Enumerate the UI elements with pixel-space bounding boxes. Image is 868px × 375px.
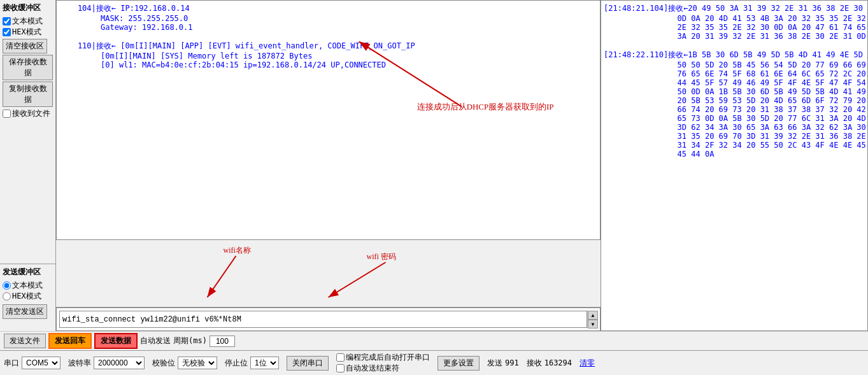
auto-send-label: 自动发送 xyxy=(140,336,171,346)
receive-count-label: 接收 xyxy=(527,358,542,369)
hex-mode-label: HEX模式 xyxy=(12,27,41,38)
auto-eol-label: 自动发送结束符 xyxy=(346,363,399,374)
send-hex-radio-row: HEX模式 xyxy=(3,291,53,302)
svg-line-7 xyxy=(329,262,386,297)
stop-item: 停止位 1位 xyxy=(225,357,279,369)
receive-file-checkbox-row: 接收到文件 xyxy=(3,108,53,119)
port-select[interactable]: COM5 xyxy=(22,357,60,369)
wifi-annotation-area: wifi名称 wifi 密码 xyxy=(56,240,601,307)
auto-eol-checkbox-row: 自动发送结束符 xyxy=(336,363,430,374)
auto-open-checkbox[interactable] xyxy=(336,353,345,362)
receive-buffer-label: 接收缓冲区 xyxy=(3,3,53,13)
scroll-up-btn[interactable]: ▲ xyxy=(588,311,598,320)
send-echo-btn[interactable]: 发送回车 xyxy=(48,333,92,349)
svg-text:wifi名称: wifi名称 xyxy=(224,246,251,255)
receive-text-content: 104|接收← IP:192.168.0.14 MASK: 255.255.25… xyxy=(59,3,597,69)
action-row: 发送文件 发送回车 发送数据 自动发送 周期(ms) xyxy=(0,331,868,350)
send-text-radio-row: 文本模式 xyxy=(3,280,53,291)
right-hex-content: [21:48:21.104]接收←20 49 50 3A 31 39 32 2E… xyxy=(601,0,868,331)
auto-checkboxes: 编程完成后自动打开串口 自动发送结束符 xyxy=(336,352,430,374)
send-data-btn[interactable]: 发送数据 xyxy=(94,333,138,349)
right-hex-text: [21:48:21.104]接收←20 49 50 3A 31 39 32 2E… xyxy=(604,3,865,159)
send-count-item: 发送 991 xyxy=(487,358,519,369)
receive-sidebar: 接收缓冲区 文本模式 HEX模式 清空接收区 保存接收数据 复制接收数据 接收到… xyxy=(0,0,56,264)
send-sidebar: 发送缓冲区 文本模式 HEX模式 清空发送区 xyxy=(0,264,56,331)
port-item: 串口 COM5 xyxy=(4,357,60,369)
annotation-ip-text: 连接成功后从DHCP服务器获取到的IP xyxy=(417,103,554,111)
send-input-panel: ▲ ▼ xyxy=(56,307,601,331)
send-scrollbar: ▲ ▼ xyxy=(587,311,597,328)
receive-count-value: 163294 xyxy=(544,358,572,367)
check-label: 校验位 xyxy=(152,358,175,369)
receive-file-checkbox[interactable] xyxy=(3,110,11,118)
send-hex-radio[interactable] xyxy=(3,292,11,301)
auto-open-label: 编程完成后自动打开串口 xyxy=(346,352,430,363)
clear-count-btn[interactable]: 清零 xyxy=(580,358,595,369)
port-label: 串口 xyxy=(4,358,19,369)
auto-eol-checkbox[interactable] xyxy=(336,364,345,372)
svg-text:wifi 密码: wifi 密码 xyxy=(367,252,396,261)
copy-receive-btn[interactable]: 复制接收数据 xyxy=(3,81,53,107)
close-port-btn[interactable]: 关闭串口 xyxy=(287,356,329,371)
auto-open-checkbox-row: 编程完成后自动打开串口 xyxy=(336,352,430,363)
status-bar: 串口 COM5 波特率 2000000 校验位 无校验 停止位 1位 关闭串口 xyxy=(0,350,868,375)
send-text-radio[interactable] xyxy=(3,281,11,290)
send-text-field[interactable] xyxy=(59,311,587,328)
save-receive-btn[interactable]: 保存接收数据 xyxy=(3,55,53,80)
right-hex-panel: [21:48:21.104]接收←20 49 50 3A 31 39 32 2E… xyxy=(601,0,868,331)
text-mode-checkbox[interactable] xyxy=(3,17,11,25)
send-text-radio-label: 文本模式 xyxy=(12,280,43,291)
send-count-value: 991 xyxy=(505,358,519,367)
send-inner: ▲ ▼ xyxy=(56,308,601,331)
baud-select[interactable]: 2000000 xyxy=(94,357,145,369)
hex-mode-checkbox-row: HEX模式 xyxy=(3,27,53,38)
clear-receive-btn[interactable]: 清空接收区 xyxy=(3,39,47,53)
check-select[interactable]: 无校验 xyxy=(178,357,217,369)
more-settings-btn[interactable]: 更多设置 xyxy=(438,356,480,371)
clear-send-btn[interactable]: 清空发送区 xyxy=(3,304,47,319)
receive-count-item: 接收 163294 xyxy=(527,358,572,369)
text-mode-checkbox-row: 文本模式 xyxy=(3,16,53,27)
main-container: 接收缓冲区 文本模式 HEX模式 清空接收区 保存接收数据 复制接收数据 接收到… xyxy=(0,0,868,375)
send-hex-radio-label: HEX模式 xyxy=(12,291,41,302)
receive-text-panel: 104|接收← IP:192.168.0.14 MASK: 255.255.25… xyxy=(56,0,601,240)
left-panel: 接收缓冲区 文本模式 HEX模式 清空接收区 保存接收数据 复制接收数据 接收到… xyxy=(0,0,56,331)
period-label: 周期(ms) xyxy=(173,336,207,346)
baud-label: 波特率 xyxy=(68,358,91,369)
scroll-down-btn[interactable]: ▼ xyxy=(588,320,598,329)
send-file-btn[interactable]: 发送文件 xyxy=(4,334,46,348)
period-input[interactable] xyxy=(210,336,235,347)
wifi-annotation-svg: wifi名称 wifi 密码 xyxy=(56,240,601,307)
hex-mode-checkbox[interactable] xyxy=(3,28,11,36)
stop-label: 停止位 xyxy=(225,358,248,369)
baud-item: 波特率 2000000 xyxy=(68,357,145,369)
text-mode-label: 文本模式 xyxy=(12,16,43,27)
stop-select[interactable]: 1位 xyxy=(250,357,279,369)
check-item: 校验位 无校验 xyxy=(152,357,217,369)
send-count-label: 发送 xyxy=(487,358,502,369)
receive-text-area: 104|接收← IP:192.168.0.14 MASK: 255.255.25… xyxy=(56,0,601,240)
send-buffer-label: 发送缓冲区 xyxy=(3,267,53,278)
svg-line-5 xyxy=(208,256,236,297)
receive-file-label: 接收到文件 xyxy=(12,108,50,119)
center-panel: 104|接收← IP:192.168.0.14 MASK: 255.255.25… xyxy=(56,0,601,331)
